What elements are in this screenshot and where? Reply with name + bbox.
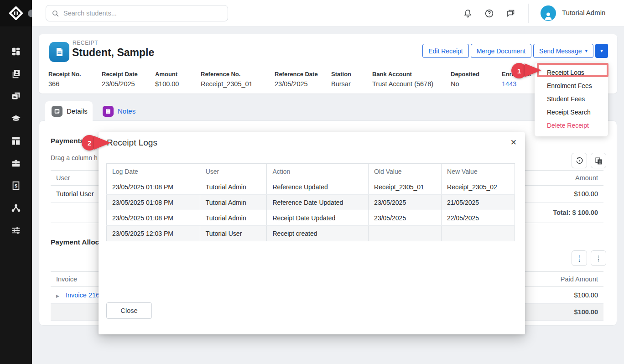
sidebar-collapse-handle[interactable] [28,10,32,17]
send-message-button[interactable]: Send Message▾ [533,44,593,58]
sidebar-item-classes[interactable] [0,130,32,152]
search-icon [52,10,59,17]
briefcase-icon [11,158,21,168]
sidebar-item-education[interactable] [0,107,32,130]
table-cell: 23/05/2025 [369,195,442,210]
student-search[interactable] [46,5,228,21]
table-cell: Reference Updated [267,179,369,195]
close-icon[interactable]: ✕ [510,138,517,147]
paid-amount: $100.00 [574,291,598,299]
column-amount[interactable]: Amount [575,174,598,182]
field-bank-account: Bank AccountTrust Account (5678) [372,71,433,88]
dashboard-icon [11,47,21,57]
column-header[interactable]: Action [267,164,369,179]
menu-item-delete-receipt[interactable]: Delete Receipt [535,119,608,132]
receipt-logs-tbody: 23/05/2025 01:08 PMTutorial AdminReferen… [107,179,515,241]
user-avatar[interactable] [541,5,556,21]
top-bar: Tutorial Admin [32,0,624,26]
sidebar-item-settings[interactable] [0,219,32,241]
sidebar-item-students[interactable] [0,62,32,85]
modal-header: Receipt Logs ✕ [99,132,525,153]
annotation-arrow-2 [94,136,111,150]
field-reference-date: Reference Date23/05/2025 [275,71,318,88]
help-button[interactable] [481,5,497,21]
sidebar-item-business[interactable] [0,152,32,174]
column-header[interactable]: Old Value [369,164,442,179]
notifications-button[interactable] [460,5,475,21]
field-receipt-date: Receipt Date23/05/2025 [102,71,138,88]
hierarchy-icon [11,203,21,213]
bell-icon [463,9,473,18]
receipt-type-label: RECEIPT [73,40,98,46]
export-copy-button[interactable] [591,153,606,168]
field-deposited: DepositedNo [451,71,479,88]
table-cell: Receipt created [267,226,369,241]
column-paid-amount[interactable]: Paid Amount [561,276,598,283]
menu-item-student-fees[interactable]: Student Fees [535,93,608,106]
more-actions-button[interactable]: ▾ [595,44,608,58]
merge-document-button[interactable]: Merge Document [471,44,531,58]
table-cell: 23/05/2025 12:03 PM [107,226,200,241]
person-icon [543,11,553,21]
edit-receipt-button[interactable]: Edit Receipt [422,44,468,58]
copy-report-icon [594,156,603,165]
sidebar-item-dashboard[interactable] [0,40,32,62]
field-station: StationBursar [331,71,351,88]
caret-down-icon: ▾ [585,48,588,54]
menu-item-enrolment-fees[interactable]: Enrolment Fees [535,79,608,93]
chat-button[interactable] [503,5,518,21]
sidebar-item-network[interactable] [0,197,32,219]
help-icon [484,9,494,18]
invoice-link[interactable]: Invoice 2167 [66,291,103,299]
allocations-heading: Payment Alloc [51,238,99,246]
expand-rows-button[interactable]: ↑↓ [572,250,587,266]
table-cell: Tutorial Admin [200,179,267,195]
table-cell: Tutorial Admin [200,210,267,226]
details-tab-icon [52,106,62,117]
table-cell [369,226,442,241]
paid-total: $100.00 [574,308,598,316]
menu-item-receipt-search[interactable]: Receipt Search [535,106,608,119]
table-cell: Receipt Date Updated [267,210,369,226]
annotation-arrow-1 [525,63,541,77]
chat-icon [506,9,515,18]
payment-amount: $100.00 [574,190,598,198]
column-invoice[interactable]: Invoice [56,276,77,283]
table-cell: 23/05/2025 01:08 PM [107,210,200,226]
page-title: Student, Sample [72,47,154,59]
layout-icon [11,136,21,146]
group-drag-hint: Drag a column h [51,154,98,161]
user-name[interactable]: Tutorial Admin [562,9,605,16]
refresh-history-button[interactable] [572,153,587,168]
search-input[interactable] [63,10,222,17]
caret-down-icon: ▾ [600,48,603,53]
payment-user: Tutorial User [56,190,94,198]
table-row: 23/05/2025 01:08 PMTutorial AdminReferen… [107,195,515,210]
payments-total: Total: $ 100.00 [553,209,598,216]
column-header[interactable]: New Value [442,164,515,179]
dollar-banner-icon: $ [11,181,21,191]
tab-details[interactable]: Details [45,101,93,121]
table-cell: Tutorial Admin [200,195,267,210]
sidebar-item-documents[interactable] [0,85,32,107]
tab-details-label: Details [67,107,88,115]
enrolment-link[interactable]: 1443 [502,80,531,88]
header-actions: Edit Receipt Merge Document Send Message… [422,44,608,58]
menu-item-receipt-logs[interactable]: Receipt Logs [535,66,608,79]
modal-title: Receipt Logs [107,138,157,148]
column-header[interactable]: User [200,164,267,179]
tab-notes[interactable]: Notes [96,101,135,121]
app-logo[interactable] [0,0,32,26]
student-card-icon [11,69,21,79]
table-cell: Tutorial User [200,226,267,241]
chevron-right-icon[interactable]: ▶ [56,294,59,298]
table-row: 23/05/2025 12:03 PMTutorial UserReceipt … [107,226,515,241]
close-button[interactable]: Close [106,302,152,319]
sidebar-item-fees[interactable]: $ [0,174,32,197]
history-icon [575,156,584,165]
column-header[interactable]: Log Date [107,164,200,179]
collapse-rows-button[interactable]: ↓↑ [591,250,606,266]
table-cell: Receipt_2305_02 [442,179,515,195]
column-user[interactable]: User [56,174,70,182]
table-cell: 22/05/2025 [442,210,515,226]
